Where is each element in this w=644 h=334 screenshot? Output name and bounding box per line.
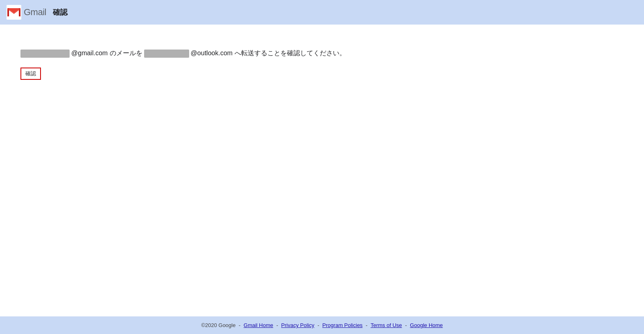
confirm-button[interactable]: 確認 (20, 68, 41, 80)
footer-link-terms-of-use[interactable]: Terms of Use (371, 322, 402, 328)
page-header: Gmail 確認 (0, 0, 644, 25)
footer-sep-3: - (317, 322, 321, 328)
footer-sep-4: - (366, 322, 369, 328)
forwarding-message: @gmail.com のメールを @outlook.com へ転送することを確認… (20, 49, 624, 58)
footer-link-google-home[interactable]: Google Home (410, 322, 443, 328)
footer-link-gmail-home[interactable]: Gmail Home (244, 322, 273, 328)
main-content: @gmail.com のメールを @outlook.com へ転送することを確認… (0, 25, 644, 316)
footer-link-program-policies[interactable]: Program Policies (322, 322, 362, 328)
page-title: 確認 (53, 7, 68, 17)
gmail-wordmark: Gmail (24, 7, 46, 18)
outlook-username-redacted (144, 50, 189, 58)
footer-link-privacy-policy[interactable]: Privacy Policy (281, 322, 314, 328)
footer-sep-5: - (405, 322, 408, 328)
gmail-logo: Gmail (7, 5, 46, 20)
message-text-part2: @outlook.com へ転送することを確認してください。 (191, 49, 346, 58)
footer-sep-1: - (239, 322, 242, 328)
gmail-username-redacted (20, 50, 70, 58)
footer-sep-2: - (276, 322, 280, 328)
gmail-logo-icon (7, 5, 21, 20)
page-footer: ©2020 Google - Gmail Home - Privacy Poli… (0, 316, 644, 334)
message-text-part1: @gmail.com のメールを (71, 49, 142, 58)
footer-copyright: ©2020 Google (201, 322, 235, 328)
